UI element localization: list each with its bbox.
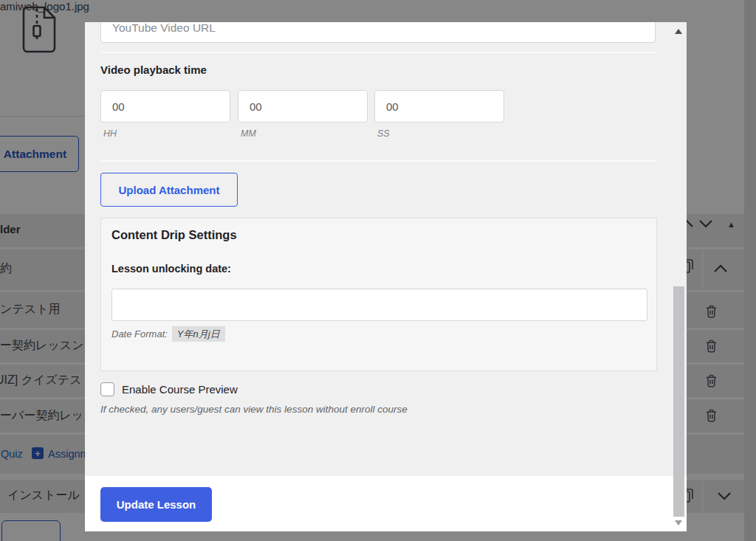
hh-unit-label: HH xyxy=(103,128,117,139)
ss-unit-label: SS xyxy=(377,128,390,139)
date-format-code: Y年n月j日 xyxy=(172,326,225,342)
screen: amiweb_logo1.jpg Attachment lder ▲ 約 xyxy=(0,0,756,541)
mm-unit-label: MM xyxy=(241,128,256,139)
content-drip-title: Content Drip Settings xyxy=(111,228,237,242)
playback-hh-input[interactable] xyxy=(100,90,230,123)
lesson-unlock-date-label: Lesson unlocking date: xyxy=(111,263,231,275)
video-url-input[interactable] xyxy=(100,22,656,43)
playback-mm-input[interactable] xyxy=(238,90,368,123)
playback-time-label: Video playback time xyxy=(100,63,207,76)
lesson-edit-modal: Video playback time HH MM SS Upload Atta… xyxy=(85,22,687,531)
update-lesson-button[interactable]: Update Lesson xyxy=(100,487,212,522)
date-format-hint: Date Format:Y年n月j日 xyxy=(111,328,225,341)
playback-ss-input[interactable] xyxy=(374,90,504,123)
modal-footer: Update Lesson xyxy=(85,476,687,531)
divider xyxy=(100,160,656,162)
enable-course-preview-label: Enable Course Preview xyxy=(122,383,238,396)
scroll-up-arrow-icon[interactable] xyxy=(675,29,682,34)
enable-course-preview-checkbox[interactable] xyxy=(100,382,114,396)
upload-attachment-button[interactable]: Upload Attachment xyxy=(100,173,238,207)
modal-scrollbar[interactable] xyxy=(670,22,687,531)
divider xyxy=(100,52,656,53)
scrollbar-thumb[interactable] xyxy=(673,286,684,517)
date-format-label: Date Format: xyxy=(111,328,168,340)
lesson-unlock-date-input[interactable] xyxy=(111,289,647,321)
course-preview-hint: If checked, any users/guest can view thi… xyxy=(100,404,408,415)
content-drip-settings-box: Content Drip Settings Lesson unlocking d… xyxy=(100,218,657,371)
scroll-down-arrow-icon[interactable] xyxy=(675,520,682,526)
